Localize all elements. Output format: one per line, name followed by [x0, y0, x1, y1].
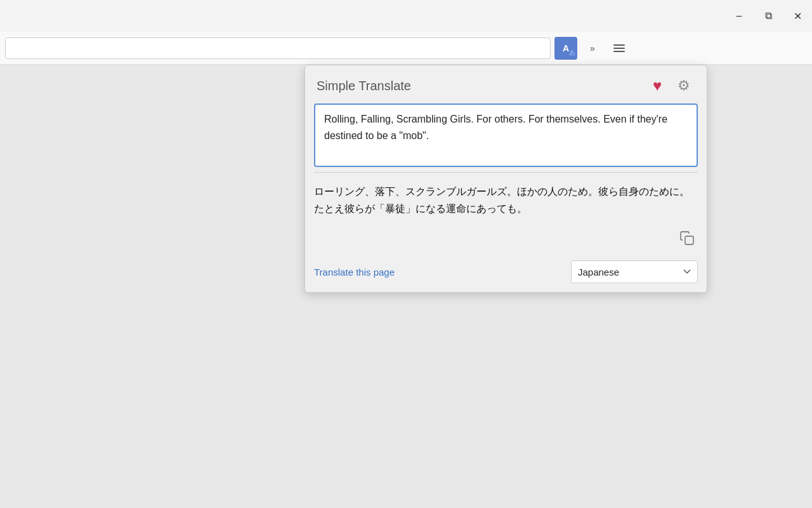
menu-line-3: [613, 51, 625, 52]
addressbar: A あ »: [0, 32, 812, 65]
titlebar-controls: – ⧉ ✕: [724, 0, 812, 32]
settings-button[interactable]: ⚙: [672, 74, 695, 97]
menu-line-1: [613, 44, 625, 46]
translated-text: ローリング、落下、スクランブルガールズ。ほかの人のため。彼ら自身のために。たとえ…: [314, 183, 698, 217]
popup-arrow: [652, 65, 662, 65]
popup-footer: Translate this page Japanese Spanish Fre…: [305, 254, 707, 292]
main-content: Simple Translate ♥ ⚙ Rolling, Falling, S…: [0, 65, 812, 508]
source-text: Rolling, Falling, Scrambling Girls. For …: [324, 111, 688, 144]
restore-button[interactable]: ⧉: [754, 0, 783, 32]
minimize-button[interactable]: –: [724, 0, 754, 32]
chevron-right-icon: »: [590, 43, 595, 53]
titlebar: – ⧉ ✕: [0, 0, 812, 32]
popup-header: Simple Translate ♥ ⚙: [305, 65, 707, 104]
translate-a-icon: A: [563, 43, 569, 53]
output-area: ローリング、落下、スクランブルガールズ。ほかの人のため。彼ら自身のために。たとえ…: [305, 178, 707, 254]
language-select[interactable]: Japanese Spanish French German Chinese (…: [571, 260, 698, 283]
popup-title: Simple Translate: [317, 79, 411, 93]
copy-icon: [679, 231, 695, 246]
translate-page-link[interactable]: Translate this page: [314, 267, 395, 277]
copy-button[interactable]: [676, 227, 698, 249]
translate-popup: Simple Translate ♥ ⚙ Rolling, Falling, S…: [304, 65, 707, 293]
translate-extension-button[interactable]: A あ: [554, 37, 577, 60]
source-text-area[interactable]: Rolling, Falling, Scrambling Girls. For …: [314, 104, 698, 167]
browser-menu-button[interactable]: [608, 37, 631, 60]
popup-header-icons: ♥ ⚙: [646, 74, 695, 97]
divider: [314, 172, 698, 173]
translate-jp-icon: あ: [569, 48, 575, 57]
menu-line-2: [613, 48, 625, 49]
url-input[interactable]: [5, 37, 551, 59]
svg-rect-0: [685, 236, 693, 244]
close-button[interactable]: ✕: [783, 0, 812, 32]
extensions-chevron-button[interactable]: »: [581, 37, 604, 60]
favorite-button[interactable]: ♥: [646, 74, 669, 97]
